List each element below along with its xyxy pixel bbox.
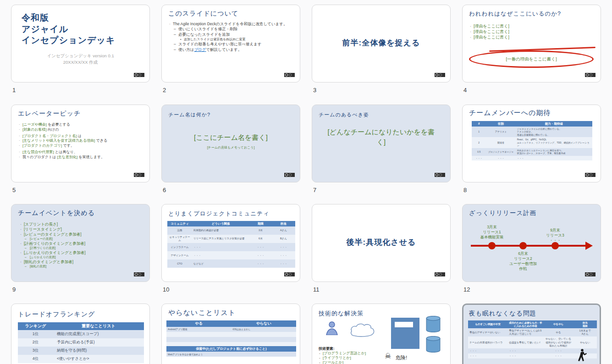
table-cell: ・・・ [507, 353, 543, 358]
table-cell: アナリスト [486, 127, 515, 138]
table-cell: ・・・ [468, 353, 507, 358]
placeholder-main: [ここにチーム名を書く] [162, 133, 300, 142]
event-item: [リリースタイミング] [19, 227, 146, 232]
table-cell: 2 [472, 137, 486, 148]
slide-canvas: とりまくプロジェクトコミュニティ コミュニティどういう関係期限担当法務利用規約の… [161, 204, 300, 282]
cc-license-icon [284, 71, 295, 79]
table-cell: Aさん [272, 226, 295, 235]
table-row: デザインチーム・・・・・・・・・ [167, 251, 295, 259]
slide-thumbnail-12[interactable]: ざっくりリリース計画 3月末 リリース1 基本機能実装 6月末 リリース2 ユー… [462, 204, 601, 293]
slide-title: 夜も眠れなくなる問題 [469, 309, 536, 318]
table-cell: 6月 [249, 235, 272, 243]
slide-thumbnail-6[interactable]: チーム名は何か? [ここにチーム名を書く] [チームの意味もメモっておこう] 6 [161, 105, 300, 193]
cc-license-icon [585, 171, 595, 179]
milestone-dot [519, 242, 527, 249]
table-header-row: 保留中(ただしプロジェクト前に必ず分けること) [166, 346, 296, 352]
database-icon [426, 316, 441, 334]
slide-thumbnail-16[interactable]: 夜も眠れなくなる問題 ものすごい問題や不安成功のために必要なもの・手に入れるため… [462, 303, 601, 364]
slide-thumbnail-3[interactable]: 前半:全体像を捉える 3 [312, 5, 451, 94]
red-circle-annotation: [一番の理由をここに書く] [469, 50, 594, 68]
timeline-arrowhead [585, 242, 593, 250]
blog-link[interactable]: ブログ [194, 47, 206, 52]
table-row [166, 337, 296, 342]
table-cell: ・・・ [272, 251, 295, 259]
table-cell: ・・・ [468, 348, 507, 353]
cc-license-icon [435, 171, 445, 179]
slide-thumbnail-15[interactable]: 技術的な解決策 技術要素: [プログラミング言語とか] [ライブラリとか] [ツ… [312, 303, 451, 364]
slide-thumbnail-5[interactable]: エレベーターピッチ [ニーズや機会] を必要とする [対象のお客様] 向けの [… [11, 105, 150, 193]
table-cell: プロジェクトマネージャ [486, 148, 515, 156]
event-item: [スプリントの長さ] [19, 222, 146, 227]
slide-canvas: やらないことリスト やるやらないAndroidアプリ開発iOSはあとまわし 保留… [161, 303, 300, 364]
placeholder-main: [どんなチームになりたいかをを書く] [327, 127, 435, 147]
tech-elements-label: 技術要素: [319, 346, 335, 351]
slide-thumbnail-14[interactable]: やらないことリスト やるやらないAndroidアプリ開発iOSはあとまわし 保留… [161, 303, 300, 364]
milestone-label: 9月末 リリース3 ・・・ [532, 228, 578, 243]
slide-thumbnail-10[interactable]: とりまくプロジェクトコミュニティ コミュニティどういう関係期限担当法務利用規約の… [161, 204, 300, 293]
table-cell: チームの作業場所がバラバラ [468, 336, 507, 348]
table-cell: ・・・ [192, 251, 249, 259]
event-item: [朝礼のタイミングと参加者] [19, 259, 146, 265]
pitch-line: 我々のプロダクトは [主な差別化] を実現します。 [18, 155, 146, 160]
section-title: 前半:全体像を捉える [312, 38, 450, 48]
table-cell: ・・・ [507, 348, 543, 353]
slide-number: 2 [163, 87, 300, 94]
cc-license-icon [134, 71, 144, 79]
pitch-line: [ニーズや機会] を必要とする [18, 122, 146, 127]
milestone-label: 3月末 リリース1 基本機能実装 [469, 225, 515, 240]
slide-title: チーム名は何か? [168, 111, 210, 118]
event-subitem: [ふりかえりの意図] [19, 255, 146, 259]
skull-icon: ☠ [385, 352, 391, 360]
slide-thumbnail-7[interactable]: チームのあるべき姿 [どんなチームになりたいかをを書く] 7 [312, 105, 451, 193]
table-cell: 法務 [167, 226, 192, 235]
event-subitem: [レビューの意図] [19, 237, 146, 241]
slide-canvas: チームメンバーへの期待 #役割能力・期待値1アナリストジャストインタイムの分析に… [462, 105, 601, 182]
slide-thumbnail-9[interactable]: チームイベントを決める [スプリントの長さ] [リリースタイミング] [レビュー… [11, 204, 150, 293]
table-row [166, 332, 296, 337]
column-header: 保留中(ただしプロジェクト前に必ず分けること) [166, 346, 296, 352]
bullet-item: 追加したスライドは背景色を白以外に変更 [168, 37, 295, 42]
table-header-row: コミュニティどういう関係期限担当 [167, 221, 295, 226]
table-row: インフラチーム・・・・・・・・・ [167, 243, 295, 251]
table-header-row: #役割能力・期待値 [472, 121, 592, 127]
event-item: [ふりかえりのタイミングと参加者] [19, 250, 146, 255]
table-cell: 2位 [18, 338, 53, 347]
slide-thumbnail-11[interactable]: 後半:具現化させる 11 [312, 204, 451, 293]
slide-thumbnail-8[interactable]: チームメンバーへの期待 #役割能力・期待値1アナリストジャストインタイムの分析に… [462, 105, 601, 193]
slide-thumbnail-2[interactable]: このスライドについて The Agile Inception Deckのスライド… [161, 5, 300, 94]
slide-title: チームのあるべき姿 [319, 111, 369, 118]
bullet-item: [理由をここに書く] [469, 23, 509, 29]
cc-license-icon [284, 171, 295, 179]
table-cell: などなど [192, 259, 249, 268]
table-cell: 機能の完成度(スコープ) [53, 330, 144, 338]
table-cell: インフラチーム [167, 243, 192, 251]
table-cell: 外向きのコミュニケーションに責任を持つ。 状況のレポート、スコープ、予算、報告書… [516, 148, 592, 156]
table-row: 0.5プロジェクトマネージャ外向きのコミュニケーションに責任を持つ。 状況のレポ… [472, 148, 592, 156]
database-icon [426, 336, 441, 354]
table-row: 2位予算内に収める(予算) [18, 338, 144, 347]
slide-number: 12 [463, 286, 601, 293]
slide-title: とりまくプロジェクトコミュニティ [168, 210, 270, 218]
slide-thumbnail-4[interactable]: われわれはなぜここにいるのか? [理由をここに書く] [理由をここに書く] [理… [462, 5, 601, 94]
bullet-item: 必要になったスライドを追加 [168, 32, 295, 37]
table-cell: Webアプリを作るか後で決めよう [166, 352, 296, 357]
cc-license-icon [134, 270, 144, 278]
table-header-row: やるやらない [166, 320, 296, 327]
column-header: 期限 [249, 221, 272, 226]
table-cell: 専任のデザイナーがいない [468, 328, 507, 336]
table-cell [166, 337, 232, 342]
slide-thumbnail-13[interactable]: トレードオフランキング ランキング重要なことリスト1位機能の完成度(スコープ)2… [11, 303, 150, 364]
slide-thumbnail-1[interactable]: 令和版 アジャイル インセプションデッキ インセプションデッキ version … [11, 5, 150, 94]
table-cell: ・・・ [543, 348, 573, 353]
table-cell: Bさん [272, 235, 295, 243]
pitch-line: [プロダクト名・プロジェクト名] は [18, 134, 146, 139]
column-header: 重要なことリスト [53, 322, 144, 330]
table-cell: ・・・ [249, 243, 272, 251]
table-cell: やる [543, 328, 573, 336]
slide-canvas: 技術的な解決策 技術要素: [プログラミング言語とか] [ライブラリとか] [ツ… [312, 303, 451, 364]
slide-canvas: チーム名は何か? [ここにチーム名を書く] [チームの意味もメモっておこう] [161, 105, 300, 182]
table-cell: 利用規約の承認が必要 [192, 226, 249, 235]
event-item: [レビューのタイミングと参加者] [19, 232, 146, 237]
table-cell: ・・・ [272, 259, 295, 268]
pitch-line: [主な競合や代替案] とは異なり、 [18, 150, 146, 155]
